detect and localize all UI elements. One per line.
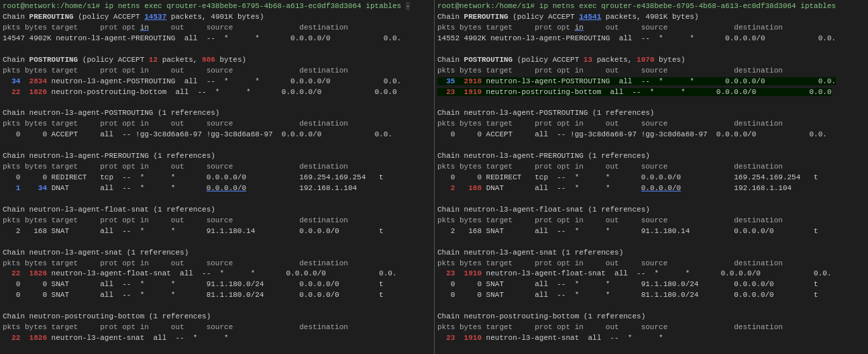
right-blank-4 xyxy=(437,195,442,203)
right-row-2b: 23 1910 neutron-postrouting-bottom all -… xyxy=(437,88,832,96)
right-blank-6 xyxy=(437,302,442,310)
left-row-1: 14547 4902K neutron-l3-agent-PREROUTING … xyxy=(3,34,401,42)
left-blank-2 xyxy=(3,98,7,106)
left-chain-postrouting: Chain POSTROUTING (policy ACCEPT 12 pack… xyxy=(3,56,246,64)
left-row-7: 22 1826 neutron-l3-agent-snat all -- * * xyxy=(3,334,229,342)
left-cmd-line: root@network:/home/s1# ip netns exec qro… xyxy=(3,2,410,10)
right-col-header-6: pkts bytes target prot opt in out source… xyxy=(437,259,783,267)
left-blank-6 xyxy=(3,302,7,310)
right-blank-1 xyxy=(437,45,442,53)
right-row-4b: 2 168 DNAT all -- * * 0.0.0.0/0 192.168.… xyxy=(437,184,792,192)
left-col-header-4: pkts bytes target prot opt in out source… xyxy=(3,163,348,171)
left-row-4b: 1 34 DNAT all -- * * 0.0.0.0/0 192.168.1… xyxy=(3,184,357,192)
left-chain-n13-prerouting: Chain neutron-l3-agent-PREROUTING (1 ref… xyxy=(3,152,215,160)
left-row-3: 0 0 ACCEPT all -- !gg-3c8d6a68-97 !gg-3c… xyxy=(3,130,392,138)
left-chain-float-snat: Chain neutron-l3-agent-float-snat (1 ref… xyxy=(3,206,215,214)
left-blank-5 xyxy=(3,238,7,246)
right-cmd-line: root@network:/home/s1# ip netns exec qro… xyxy=(437,2,836,10)
right-col-header-5: pkts bytes target prot opt in out source… xyxy=(437,216,783,224)
left-row-2a: 34 2834 neutron-l3-agent-POSTROUTING all… xyxy=(3,77,401,85)
left-col-header-5: pkts bytes target prot opt in out source… xyxy=(3,216,348,224)
right-blank-2 xyxy=(437,98,442,106)
right-line-1: Chain PREROUTING (policy ACCEPT 14541 pa… xyxy=(437,13,699,21)
left-blank-3 xyxy=(3,141,7,149)
left-row-5: 2 168 SNAT all -- * * 91.1.180.14 0.0.0.… xyxy=(3,227,384,235)
right-chain-postrouting: Chain POSTROUTING (policy ACCEPT 13 pack… xyxy=(437,56,686,64)
right-terminal-pane: root@network:/home/s1# ip netns exec qro… xyxy=(434,0,868,354)
right-row-2a: 35 2918 neutron-l3-agent-POSTROUTING all… xyxy=(437,77,836,85)
right-row-5: 2 168 SNAT all -- * * 91.1.180.14 0.0.0.… xyxy=(437,227,818,235)
right-chain-n13-postrouting: Chain neutron-l3-agent-POSTROUTING (1 re… xyxy=(437,109,654,117)
left-line-1: Chain PREROUTING (policy ACCEPT 14537 pa… xyxy=(3,13,264,21)
left-blank-4 xyxy=(3,195,7,203)
right-chain-float-snat: Chain neutron-l3-agent-float-snat (1 ref… xyxy=(437,206,650,214)
left-blank-1 xyxy=(3,45,7,53)
left-col-header-1: pkts bytes target prot opt in out source… xyxy=(3,24,348,32)
right-row-7: 23 1910 neutron-l3-agent-snat all -- * * xyxy=(437,334,663,342)
right-col-header-1: pkts bytes target prot opt in out source… xyxy=(437,24,783,32)
left-chain-snat: Chain neutron-l3-agent-snat (1 reference… xyxy=(3,249,188,257)
left-terminal-pane: root@network:/home/s1# ip netns exec qro… xyxy=(0,0,434,354)
right-row-6a: 23 1910 neutron-l3-agent-float-snat all … xyxy=(437,269,832,277)
right-row-6b: 0 0 SNAT all -- * * 91.1.180.0/24 0.0.0.… xyxy=(437,280,818,288)
left-col-header-6: pkts bytes target prot opt in out source… xyxy=(3,259,348,267)
right-chain-postrouting-bottom: Chain neutron-postrouting-bottom (1 refe… xyxy=(437,312,645,320)
right-chain-snat: Chain neutron-l3-agent-snat (1 reference… xyxy=(437,249,623,257)
right-blank-3 xyxy=(437,141,442,149)
right-col-header-4: pkts bytes target prot opt in out source… xyxy=(437,163,783,171)
right-terminal-content: root@network:/home/s1# ip netns exec qro… xyxy=(437,1,865,344)
left-col-header-2: pkts bytes target prot opt in out source… xyxy=(3,67,348,75)
left-col-header-7: pkts bytes target prot opt in out source… xyxy=(3,323,348,331)
left-row-6a: 22 1826 neutron-l3-agent-float-snat all … xyxy=(3,269,397,277)
right-chain-n13-prerouting: Chain neutron-l3-agent-PREROUTING (1 ref… xyxy=(437,152,650,160)
right-col-header-3: pkts bytes target prot opt in out source… xyxy=(437,120,783,128)
right-row-1: 14552 4902K neutron-l3-agent-PREROUTING … xyxy=(437,34,836,42)
right-col-header-7: pkts bytes target prot opt in out source… xyxy=(437,323,783,331)
left-row-4a: 0 0 REDIRECT tcp -- * * 0.0.0.0/0 169.25… xyxy=(3,173,384,181)
left-chain-postrouting-bottom: Chain neutron-postrouting-bottom (1 refe… xyxy=(3,312,211,320)
left-chain-n13-postrouting: Chain neutron-l3-agent-POSTROUTING (1 re… xyxy=(3,109,219,117)
left-row-6b: 0 0 SNAT all -- * * 91.1.180.0/24 0.0.0.… xyxy=(3,280,384,288)
right-row-3: 0 0 ACCEPT all -- !gg-3c8d6a68-97 !gg-3c… xyxy=(437,130,827,138)
left-col-header-3: pkts bytes target prot opt in out source… xyxy=(3,120,348,128)
right-col-header-2: pkts bytes target prot opt in out source… xyxy=(437,67,783,75)
left-row-6c: 0 0 SNAT all -- * * 81.1.180.0/24 0.0.0.… xyxy=(3,291,384,299)
right-row-4a: 0 0 REDIRECT tcp -- * * 0.0.0.0/0 169.25… xyxy=(437,173,818,181)
left-row-2b: 22 1826 neutron-postrouting-bottom all -… xyxy=(3,88,397,96)
right-blank-5 xyxy=(437,238,442,246)
right-row-6c: 0 0 SNAT all -- * * 81.1.180.0/24 0.0.0.… xyxy=(437,291,818,299)
left-terminal-content: root@network:/home/s1# ip netns exec qro… xyxy=(3,1,431,344)
